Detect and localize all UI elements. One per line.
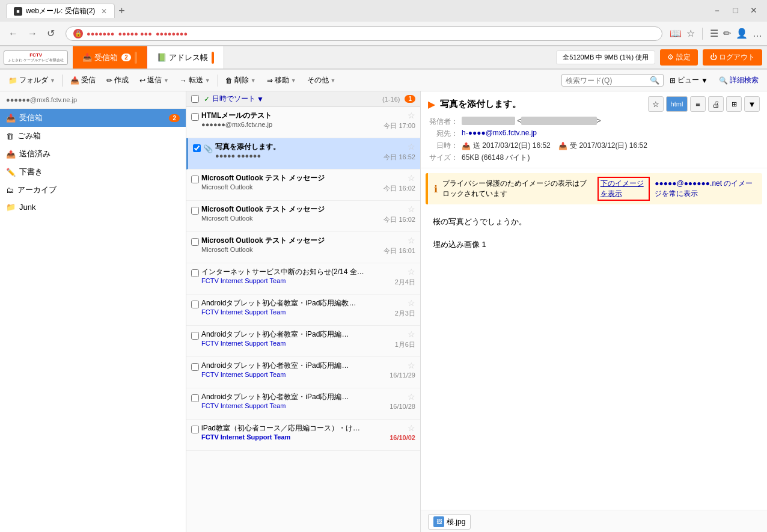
mail-meta-9: ☆ 16/11/29 <box>390 361 415 379</box>
mail-checkbox-1[interactable] <box>191 113 199 121</box>
preview-print-button[interactable]: 🖨 <box>708 96 724 112</box>
mail-checkbox-9[interactable] <box>191 363 199 371</box>
star-2[interactable]: ☆ <box>408 142 415 151</box>
star-10[interactable]: ☆ <box>408 392 415 402</box>
extension-icon[interactable]: ✏ <box>723 28 731 39</box>
preview-window-button[interactable]: ⊞ <box>726 96 742 112</box>
mail-item-selected[interactable]: 📎 写真を添付します。 ●●●●● ●●●●●● ☆ 今日 16:52 <box>186 138 420 170</box>
maximize-button[interactable]: □ <box>730 4 742 17</box>
profile-icon[interactable]: 👤 <box>736 28 748 39</box>
mail-sender-10: FCTV Internet Support Team <box>201 402 387 409</box>
address-bar[interactable]: 🔒 ●●●●●●● ●●●●● ●●● ●●●●●●●● <box>66 26 662 41</box>
star-9[interactable]: ☆ <box>408 361 415 370</box>
mail-item-7[interactable]: Androidタブレット初心者教室・iPad応用編教… FCTV Interne… <box>186 295 420 326</box>
mail-item-9[interactable]: Androidタブレット初心者教室・iPad応用編… FCTV Internet… <box>186 357 420 388</box>
new-tab-button[interactable]: + <box>118 5 125 17</box>
logout-button[interactable]: ⏻ ログアウト <box>703 49 762 66</box>
search-submit-button[interactable]: 🔍 <box>650 76 659 85</box>
menu-icon[interactable]: ☰ <box>710 28 718 39</box>
more-icon[interactable]: … <box>753 28 762 39</box>
show-always-text: ●●●●●@●●●●●●.net のイメージを常に表示 <box>655 179 756 199</box>
reload-button[interactable]: ↺ <box>43 25 58 41</box>
star-7[interactable]: ☆ <box>408 298 415 308</box>
mail-checkbox-7[interactable] <box>191 301 199 308</box>
preview-html-button[interactable]: html <box>666 96 688 112</box>
mail-item[interactable]: HTMLメールのテスト ●●●●●●@mx6.fctv.ne.jp ☆ 今日 1… <box>186 107 420 138</box>
back-button[interactable]: ← <box>5 26 22 41</box>
mail-checkbox-2[interactable] <box>193 144 201 152</box>
reply-button[interactable]: ↩ 返信 ▼ <box>135 73 174 87</box>
mail-date-11: 16/10/02 <box>390 434 415 441</box>
sidebar: ●●●●●●@mx6.fctv.ne.jp 📥 受信箱 2 🗑 ごみ箱 📤 送信… <box>0 91 186 532</box>
sidebar-item-inbox[interactable]: 📥 受信箱 2 <box>0 109 186 127</box>
attachment-item[interactable]: 🖼 桜.jpg <box>428 514 471 530</box>
settings-button[interactable]: ⚙ 設定 <box>660 49 697 66</box>
mail-item-8[interactable]: Androidタブレット初心者教室・iPad応用編… FCTV Internet… <box>186 326 420 357</box>
close-window-button[interactable]: ✕ <box>747 4 761 17</box>
to-email-link[interactable]: h-●●●●@mx6.fctv.ne.jp <box>462 129 537 137</box>
mail-item-11[interactable]: iPad教室（初心者コース／応用編コース）・け… FCTV Internet S… <box>186 420 420 451</box>
mail-checkbox-8[interactable] <box>191 332 199 340</box>
delete-dropdown-arrow: ▼ <box>251 78 256 84</box>
folder-button[interactable]: 📁 フォルダ ▼ <box>4 73 60 87</box>
mail-checkbox-5[interactable] <box>191 238 199 246</box>
tab-close-button[interactable]: ✕ <box>101 7 107 16</box>
to-label: 宛先： <box>428 129 458 139</box>
move-button[interactable]: ⇒ 移動 ▼ <box>262 73 301 87</box>
move-dropdown-arrow: ▼ <box>291 78 296 84</box>
mail-checkbox-10[interactable] <box>191 394 199 402</box>
sidebar-item-sent[interactable]: 📤 送信済み <box>0 145 186 163</box>
mail-checkbox-6[interactable] <box>191 269 199 277</box>
addressbook-tab[interactable]: 📗 アドレス帳 <box>147 46 224 69</box>
star-4[interactable]: ☆ <box>408 204 415 214</box>
star-3[interactable]: ☆ <box>408 173 415 183</box>
mail-subject-2: 写真を添付します。 <box>215 142 381 152</box>
compose-button[interactable]: ✏ 作成 <box>102 73 133 87</box>
favorites-icon[interactable]: ☆ <box>686 28 695 39</box>
minimize-button[interactable]: － <box>709 4 725 17</box>
search-input[interactable] <box>566 76 650 85</box>
sidebar-item-junk[interactable]: 📁 Junk <box>0 199 186 215</box>
mail-item-3[interactable]: Microsoft Outlook テスト メッセージ Microsoft Ou… <box>186 170 420 201</box>
star-8[interactable]: ☆ <box>408 329 415 339</box>
mail-item-6[interactable]: インターネットサービス中断のお知らせ(2/14 全… FCTV Internet… <box>186 263 420 295</box>
preview-star-button[interactable]: ☆ <box>648 96 664 112</box>
receive-button[interactable]: 📥 受信 <box>66 73 100 87</box>
search-box[interactable]: 🔍 <box>561 74 664 87</box>
view-button[interactable]: ⊞ ビュー ▼ <box>665 73 713 87</box>
sort-button[interactable]: 日時でソート ▼ <box>212 94 264 104</box>
show-images-link[interactable]: 下のイメージを表示 <box>597 177 650 201</box>
mail-item-4[interactable]: Microsoft Outlook テスト メッセージ Microsoft Ou… <box>186 201 420 232</box>
mail-item-10[interactable]: Androidタブレット初心者教室・iPad応用編… FCTV Internet… <box>186 388 420 420</box>
delete-button[interactable]: 🗑 削除 ▼ <box>221 73 261 87</box>
inbox-tab-separator <box>135 52 137 64</box>
mail-sender-9: FCTV Internet Support Team <box>201 371 387 378</box>
detail-search-button[interactable]: 🔍 詳細検索 <box>714 73 763 87</box>
reading-mode-icon[interactable]: 📖 <box>670 28 682 39</box>
mail-checkbox-4[interactable] <box>191 207 199 215</box>
preview-list-button[interactable]: ≡ <box>690 96 706 112</box>
select-all-checkbox[interactable] <box>191 95 199 103</box>
star-1[interactable]: ☆ <box>408 111 415 120</box>
mail-checkbox-3[interactable] <box>191 176 199 183</box>
preview-more-button[interactable]: ▼ <box>744 96 760 112</box>
forward-button[interactable]: → <box>24 26 41 41</box>
sidebar-item-archive[interactable]: 🗂 アーカイブ <box>0 181 186 199</box>
mail-subject-5: Microsoft Outlook テスト メッセージ <box>201 236 381 246</box>
star-6[interactable]: ☆ <box>408 267 415 277</box>
browser-tab[interactable]: ■ webメール: 受信箱(2) ✕ <box>6 4 115 18</box>
other-button[interactable]: その他 ▼ <box>302 73 341 87</box>
mail-meta-3: ☆ 今日 16:02 <box>383 173 415 193</box>
forward-button[interactable]: → 転送 ▼ <box>175 73 215 87</box>
header-right: 全5120MB 中 9MB (1%) 使用 ⚙ 設定 ⏻ ログアウト <box>556 49 767 66</box>
inbox-icon: 📥 <box>6 114 16 123</box>
mail-checkbox-11[interactable] <box>191 426 199 433</box>
star-11[interactable]: ☆ <box>408 423 415 433</box>
sidebar-item-drafts[interactable]: ✏️ 下書き <box>0 163 186 181</box>
preview-title-row: ▶ 写真を添付します。 ☆ html ≡ 🖨 ⊞ ▼ <box>428 96 760 112</box>
sidebar-item-trash[interactable]: 🗑 ごみ箱 <box>0 127 186 145</box>
mail-item-5[interactable]: Microsoft Outlook テスト メッセージ Microsoft Ou… <box>186 232 420 263</box>
inbox-tab[interactable]: 📥 受信箱 2 <box>73 46 147 69</box>
star-5[interactable]: ☆ <box>408 236 415 245</box>
mail-sender-5: Microsoft Outlook <box>201 246 381 253</box>
